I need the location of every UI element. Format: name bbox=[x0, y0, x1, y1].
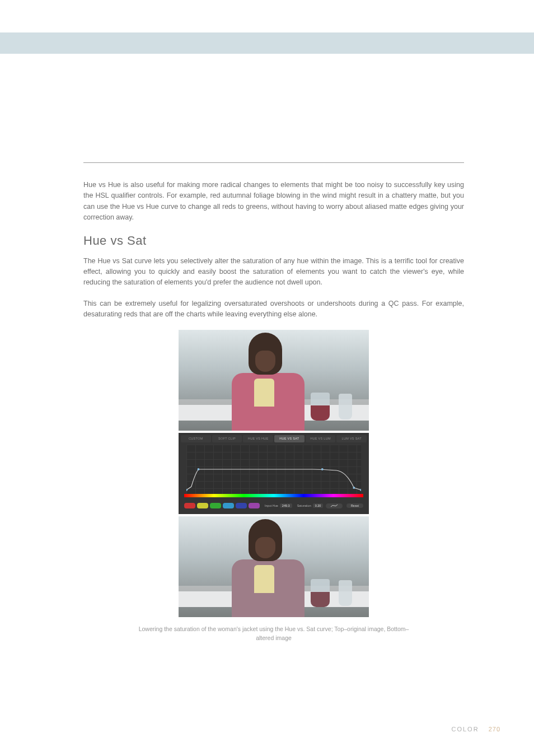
spline-icon bbox=[330, 504, 338, 507]
swatch-blue[interactable] bbox=[236, 503, 247, 508]
footer-section-label: COLOR bbox=[451, 726, 479, 732]
svg-point-1 bbox=[198, 468, 200, 470]
figure-group: CUSTOM SOFT CLIP HUE VS HUE HUE VS SAT H… bbox=[83, 330, 464, 643]
page-footer: COLOR 270 bbox=[451, 726, 500, 732]
curve-grid[interactable] bbox=[186, 445, 361, 494]
curve-controls: Input Hue 249.3 Saturation 0.20 Reset bbox=[184, 502, 363, 510]
page-content: Hue vs Hue is also useful for making mor… bbox=[83, 162, 464, 643]
tab-soft-clip[interactable]: SOFT CLIP bbox=[212, 435, 242, 442]
reset-button[interactable]: Reset bbox=[346, 503, 363, 508]
figure-image-original bbox=[179, 330, 369, 431]
section-heading-hue-vs-sat: Hue vs Sat bbox=[83, 234, 464, 248]
tab-hue-vs-hue[interactable]: HUE VS HUE bbox=[243, 435, 273, 442]
swatch-red[interactable] bbox=[184, 503, 195, 508]
curve-tabs: CUSTOM SOFT CLIP HUE VS HUE HUE VS SAT H… bbox=[181, 435, 367, 442]
figure-caption: Lowering the saturation of the woman's j… bbox=[134, 625, 414, 643]
curve-line bbox=[186, 445, 361, 494]
tab-lum-vs-sat[interactable]: LUM VS SAT bbox=[336, 435, 367, 442]
input-hue-value[interactable]: 249.3 bbox=[280, 503, 292, 508]
tab-hue-vs-lum[interactable]: HUE VS LUM bbox=[306, 435, 336, 442]
page-number: 270 bbox=[489, 726, 500, 732]
saturation-value[interactable]: 0.20 bbox=[313, 503, 324, 508]
swatch-magenta[interactable] bbox=[249, 503, 260, 508]
body-paragraph: This can be extremely useful for legaliz… bbox=[83, 298, 464, 320]
input-hue-label: Input Hue bbox=[265, 504, 278, 507]
swatch-cyan[interactable] bbox=[223, 503, 234, 508]
hue-vs-sat-curve-panel: CUSTOM SOFT CLIP HUE VS HUE HUE VS SAT H… bbox=[179, 433, 369, 514]
spline-toggle-button[interactable] bbox=[326, 503, 343, 508]
body-paragraph: The Hue vs Sat curve lets you selectivel… bbox=[83, 256, 464, 288]
tab-hue-vs-sat[interactable]: HUE VS SAT bbox=[274, 435, 305, 442]
hue-gradient-strip bbox=[184, 494, 363, 497]
tab-custom[interactable]: CUSTOM bbox=[181, 435, 211, 442]
section-divider bbox=[83, 162, 464, 163]
body-paragraph: Hue vs Hue is also useful for making mor… bbox=[83, 180, 464, 223]
figure-image-altered bbox=[179, 516, 369, 617]
page-header-band bbox=[0, 32, 534, 54]
swatch-green[interactable] bbox=[210, 503, 221, 508]
svg-point-2 bbox=[321, 468, 324, 470]
saturation-label: Saturation bbox=[297, 504, 311, 507]
svg-point-3 bbox=[353, 487, 355, 489]
swatch-yellow[interactable] bbox=[197, 503, 208, 508]
svg-point-4 bbox=[360, 489, 361, 491]
